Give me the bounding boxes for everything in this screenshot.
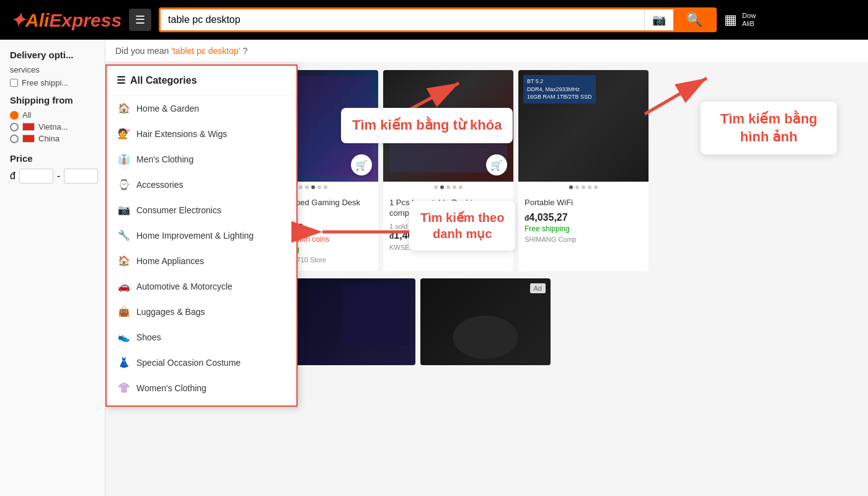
home-garden-label: Home & Garden [136,104,199,113]
accessories-icon: ⌚ [118,179,130,190]
category-consumer-electronics[interactable]: 📷 Consumer Electronics [107,197,296,223]
category-special-occasion[interactable]: 👗 Special Occasion Costume [107,350,296,375]
search-suggestion-link[interactable]: 'tablet pc desktop' [171,46,240,56]
china-radio[interactable] [10,135,19,143]
search-hint-prefix: Did you mean [115,46,171,56]
product-store-4[interactable]: SHIMANG Comp [525,236,642,243]
shoes-icon: 👟 [118,331,130,343]
product-card-7[interactable]: Ad [420,278,551,365]
category-womens-clothing[interactable]: 👚 Women's Clothing [107,375,296,401]
search-input[interactable] [161,9,644,30]
dot-active [311,185,315,189]
mens-clothing-icon: 👔 [118,153,130,165]
vietnam-label: Vietna... [38,122,68,131]
womens-clothing-label: Women's Clothing [136,383,206,393]
category-hair-extensions[interactable]: 💇 Hair Extensions & Wigs [107,121,296,146]
menu-button[interactable]: ☰ [129,9,151,31]
price-dash: - [57,170,60,182]
camera-icon: 📷 [652,13,666,27]
search-button[interactable]: 🔍 [673,9,715,30]
shipping-from-section: Shipping from All Vietna... China [10,95,95,143]
dot [299,185,303,189]
automotive-label: Automotive & Motorcycle [136,281,232,291]
dot [305,185,309,189]
product-store-3[interactable]: KWSEUB Store [389,244,507,251]
shipping-from-title: Shipping from [10,95,95,105]
sidebar: Delivery opti... services Free shippi...… [0,40,105,496]
price-max-input[interactable] [64,169,98,184]
main-layout: Delivery opti... services Free shippi...… [0,40,868,496]
dot [453,185,456,189]
shoes-label: Shoes [136,332,161,342]
accessories-label: Accessories [136,180,183,190]
womens-clothing-icon: 👚 [118,382,130,394]
shipping-china-option[interactable]: China [10,134,95,143]
home-appliances-icon: 🏠 [118,255,130,267]
hair-extensions-icon: 💇 [118,128,130,140]
dot [594,185,598,189]
product-title-3: 1 Pcs Long table Desktop comp... [389,198,507,219]
product-card-4[interactable]: BT 5.2DDR4, Max2933MHz16GB RAM 1TB/2TB S… [518,70,649,271]
dropdown-header: ☰ All Categories [107,66,296,95]
category-accessories[interactable]: ⌚ Accessories [107,172,296,197]
add-to-cart-button-3[interactable]: 🛒 [486,154,507,175]
product-shipping-4: Free shipping [525,224,642,233]
product-image-7: Ad [420,278,551,365]
product-info-3: 1 Pcs Long table Desktop comp... 1 sold … [383,193,513,259]
mens-clothing-label: Men's Clothing [136,154,193,164]
all-radio[interactable] [10,111,19,120]
header-right: ▦ DowAliB [724,12,756,28]
dot-active [440,185,444,189]
account-text[interactable]: DowAliB [742,12,756,28]
price-min-input[interactable] [19,169,53,184]
product-sold-3: 1 sold [389,223,507,230]
header: ✦AliExpress ☰ 📷 🔍 ▦ DowAliB [0,0,868,40]
ad-badge: Ad [530,283,546,293]
category-automotive[interactable]: 🚗 Automotive & Motorcycle [107,273,296,299]
luggages-icon: 👜 [118,306,130,317]
content-area: Did you mean 'tablet pc desktop' ? 🛒 [105,40,868,496]
product-card-3[interactable]: 🛒 1 Pcs Long table Desktop comp... 1 sol… [383,70,513,271]
qr-icon[interactable]: ▦ [724,12,737,28]
delivery-section: Delivery opti... services Free shippi... [10,50,95,87]
dots-3 [383,182,513,193]
vietnam-radio[interactable] [10,123,19,131]
category-home-appliances[interactable]: 🏠 Home Appliances [107,248,296,273]
search-hint: Did you mean 'tablet pc desktop' ? [105,40,868,63]
category-home-garden[interactable]: 🏠 Home & Garden [107,95,296,121]
free-shipping-option[interactable]: Free shippi... [10,78,95,87]
add-to-cart-button-2[interactable]: 🛒 [351,154,372,175]
dot [324,185,327,189]
category-mens-clothing[interactable]: 👔 Men's Clothing [107,146,296,172]
camera-search-button[interactable]: 📷 [644,9,673,30]
shipping-vietnam-option[interactable]: Vietna... [10,122,95,131]
home-improvement-icon: 🔧 [118,229,130,241]
home-appliances-label: Home Appliances [136,256,204,266]
product-price-3: đ1,404,357 [389,230,507,241]
dot [575,185,579,189]
product-image-3: 🛒 [383,70,513,182]
product-title-4: Portable WiFi [525,198,642,208]
dot [434,185,438,189]
category-home-improvement[interactable]: 🔧 Home Improvement & Lighting [107,223,296,248]
home-improvement-label: Home Improvement & Lighting [136,231,254,241]
shipping-all-option[interactable]: All [10,110,95,120]
search-icon: 🔍 [686,12,702,28]
search-bar: 📷 🔍 [159,7,717,32]
currency-symbol: đ [10,170,16,182]
delivery-options-title: Delivery opti... [10,50,95,60]
price-section: Price đ - [10,153,95,184]
product-badge-4: BT 5.2DDR4, Max2933MHz16GB RAM 1TB/2TB S… [523,75,596,104]
dot [582,185,585,189]
price-range: đ - [10,169,95,184]
free-shipping-checkbox[interactable] [10,79,18,87]
free-shipping-label: Free shippi... [22,78,68,87]
category-luggages[interactable]: 👜 Luggages & Bags [107,299,296,324]
product-price-4: đ4,035,27 [525,212,642,223]
services-label: services [10,65,95,74]
dot-active [569,185,573,189]
category-shoes[interactable]: 👟 Shoes [107,324,296,350]
all-categories-label: All Categories [130,75,197,86]
luggages-label: Luggages & Bags [136,307,205,317]
dot [446,185,450,189]
